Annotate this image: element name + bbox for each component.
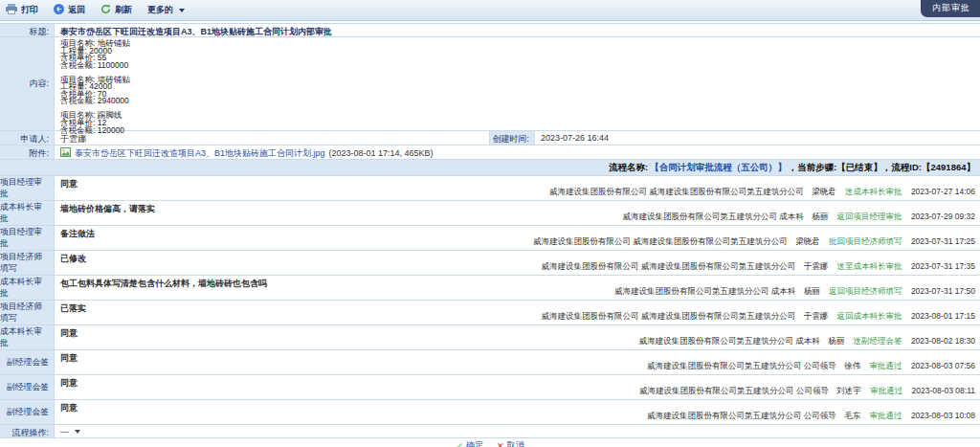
confirm-button[interactable]: ✓ 确定	[456, 439, 483, 447]
confirm-label: 确定	[466, 439, 483, 447]
step-comment: 同意	[60, 327, 78, 340]
refresh-button[interactable]: 刷新	[100, 4, 132, 16]
applicant-value: 于雲娜	[55, 131, 489, 145]
step-comment: 已落实	[60, 302, 86, 315]
step-org: 威海建设集团股份有限公司 威海建设集团股份有限公司第五建筑分公司	[533, 236, 788, 246]
step-org: 威海建设集团股份有限公司第五建筑分公司 成本科	[614, 286, 795, 296]
back-icon	[54, 4, 64, 16]
step-org: 威海建设集团股份有限公司第五建筑分公司 公司领导	[647, 361, 836, 370]
flow-action-value: —	[60, 427, 69, 436]
flow-name-label: 流程名称:	[609, 162, 648, 174]
step-person: 毛东	[844, 411, 860, 420]
step-role: 项目经理审批	[0, 226, 55, 250]
step-time: 2023-08-03 10:08	[911, 411, 975, 420]
approval-page: 打印 返回 刷新 更多的 内部审批 标题: 泰安市岱岳区下旺回迁改造项目A3、B…	[0, 0, 980, 447]
refresh-icon	[100, 4, 111, 16]
more-label: 更多的	[147, 4, 173, 16]
approval-row: 副经理会签 同意 威海建设集团股份有限公司第五建筑分公司 公司领导 刘述宇 审批…	[0, 375, 980, 400]
step-person: 徐伟	[844, 361, 860, 370]
form-table: 标题: 泰安市岱岳区下旺回迁改造项目A3、B1地块贴砖施工合同计划内部审批 内容…	[0, 23, 980, 160]
step-role: 成本科长审批	[0, 276, 55, 300]
step-action-link[interactable]: 返回成本科长审批	[837, 311, 902, 321]
step-time: 2023-08-01 17:15	[911, 311, 975, 321]
title-label: 标题:	[0, 24, 55, 36]
step-action-link[interactable]: 审批通过	[870, 386, 902, 395]
approval-row: 成本科长审批 包工包料具体写清楚包含什么材料，墙地砖砖也包含吗 威海建设集团股份…	[0, 276, 980, 301]
step-role: 成本科长审批	[0, 201, 55, 225]
step-role: 项目经理审批	[0, 176, 55, 200]
step-comment: 已修改	[60, 253, 86, 265]
step-time: 2023-07-31 17:50	[911, 286, 975, 296]
created-time-label: 创建时间:	[489, 131, 535, 145]
attachment-meta: (2023-08-01 17:14, 465KB)	[329, 148, 434, 158]
content-value: 项目名称: 地砖铺贴 工程量: 20000 含税单价: 55 含税金额: 110…	[55, 37, 980, 130]
step-role: 项目经济师填写	[0, 251, 55, 275]
more-menu-button[interactable]: 更多的	[147, 4, 185, 16]
step-person: 于雲娜	[804, 261, 829, 271]
title-row: 标题: 泰安市岱岳区下旺回迁改造项目A3、B1地块贴砖施工合同计划内部审批	[0, 24, 980, 37]
step-person: 梁晓君	[812, 187, 836, 196]
step-action-link[interactable]: 审批通过	[870, 361, 902, 370]
step-comment: 墙地砖价格偏高，请落实	[60, 203, 155, 215]
approval-steps: 项目经理审批 同意 威海建设集团股份有限公司 威海建设集团股份有限公司第五建筑分…	[0, 176, 980, 425]
flow-action-dropdown[interactable]: —	[55, 425, 80, 437]
flow-action-row: 流程操作: —	[0, 425, 980, 438]
step-role: 副经理会签	[0, 400, 55, 424]
step-person: 于雲娜	[804, 311, 829, 321]
approval-row: 成本科长审批 墙地砖价格偏高，请落实 威海建设集团股份有限公司第五建筑分公司 成…	[0, 201, 980, 226]
image-attachment-icon	[60, 147, 71, 159]
step-time: 2023-07-31 17:25	[911, 236, 975, 246]
step-action-link[interactable]: 送至成本科长审批	[837, 261, 902, 271]
cancel-button[interactable]: ✕ 取消	[497, 439, 524, 447]
step-person: 刘述宇	[836, 386, 861, 395]
step-org: 威海建设集团股份有限公司 威海建设集团股份有限公司第五建筑分公司	[549, 187, 804, 196]
step-comment: 同意	[60, 178, 78, 190]
chevron-down-icon	[179, 9, 185, 12]
step-action-link[interactable]: 返回项目经理审批	[837, 212, 902, 221]
step-action-link[interactable]: 送成本科长审批	[845, 187, 902, 196]
applicant-label: 申请人:	[0, 131, 55, 145]
attachment-row: 附件: 泰安市岱岳区下旺回迁改造项目A3、B1地块贴砖施工合同计划.jpg (2…	[0, 145, 980, 160]
content-row: 内容: 项目名称: 地砖铺贴 工程量: 20000 含税单价: 55 含税金额:…	[0, 37, 980, 131]
step-action-link[interactable]: 审批通过	[870, 411, 902, 420]
step-time: 2023-08-02 18:30	[911, 336, 975, 346]
cross-icon: ✕	[497, 441, 504, 447]
step-time: 2023-07-29 09:32	[911, 212, 975, 221]
step-person: 梁晓君	[795, 236, 820, 246]
attachment-link[interactable]: 泰安市岱岳区下旺回迁改造项目A3、B1地块贴砖施工合同计划.jpg	[75, 147, 325, 160]
print-label: 打印	[21, 4, 38, 16]
step-comment: 同意	[60, 352, 78, 365]
step-time: 2023-07-27 14:06	[911, 187, 975, 196]
step-person: 杨丽	[828, 336, 844, 346]
title-value: 泰安市岱岳区下旺回迁改造项目A3、B1地块贴砖施工合同计划内部审批	[55, 24, 980, 36]
approval-row: 成本科长审批 同意 威海建设集团股份有限公司第五建筑分公司 成本科 杨丽 送副经…	[0, 325, 980, 350]
step-person: 杨丽	[804, 286, 820, 296]
printer-icon	[6, 4, 17, 16]
print-button[interactable]: 打印	[6, 4, 38, 16]
step-action-link[interactable]: 返回项目经济师填写	[829, 286, 902, 296]
check-icon: ✓	[456, 441, 463, 447]
step-action-link[interactable]: 批回项目经济师填写	[829, 236, 902, 246]
created-time-value: 2023-07-26 16:44	[535, 131, 980, 145]
step-action-link[interactable]: 送副经理会签	[854, 336, 902, 346]
flow-id-label: ，流程ID:	[882, 162, 922, 174]
toolbar: 打印 返回 刷新 更多的	[0, 0, 980, 21]
approval-row: 项目经理审批 同意 威海建设集团股份有限公司 威海建设集团股份有限公司第五建筑分…	[0, 176, 980, 201]
footer-actions: ✓ 确定 ✕ 取消	[0, 439, 980, 447]
back-button[interactable]: 返回	[54, 4, 85, 16]
step-person: 杨丽	[812, 212, 828, 221]
approval-row: 项目经理审批 备注做法 威海建设集团股份有限公司 威海建设集团股份有限公司第五建…	[0, 226, 980, 251]
step-role: 副经理会签	[0, 350, 55, 374]
step-comment: 同意	[60, 402, 78, 414]
flow-name-value: 【合同计划审批流程（五公司）】	[650, 162, 787, 174]
back-label: 返回	[68, 4, 85, 16]
refresh-label: 刷新	[115, 4, 132, 16]
approval-row: 项目经济师填写 已修改 威海建设集团股份有限公司 威海建设集团股份有限公司第五建…	[0, 251, 980, 276]
approval-row: 副经理会签 同意 威海建设集团股份有限公司第五建筑分公司 公司领导 毛东 审批通…	[0, 400, 980, 425]
flow-step-label: ，当前步骤:	[789, 162, 837, 174]
step-org: 威海建设集团股份有限公司 威海建设集团股份有限公司第五建筑分公司	[541, 311, 795, 321]
step-role: 成本科长审批	[0, 325, 55, 349]
step-org: 威海建设集团股份有限公司第五建筑分公司 公司领导	[639, 386, 829, 395]
flow-action-label: 流程操作:	[0, 425, 55, 437]
step-time: 2023-08-03 07:56	[911, 361, 975, 370]
